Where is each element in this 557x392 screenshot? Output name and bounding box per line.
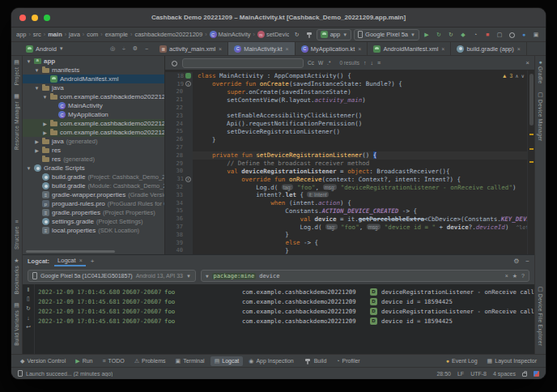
tool-window-button-terminal[interactable]: ▣Terminal (172, 356, 209, 366)
apply-code-changes-button[interactable]: ↻ (446, 30, 456, 40)
device-mirror-button[interactable]: ▢ (495, 30, 504, 40)
lock-icon[interactable] (522, 373, 527, 377)
logcat-device-selector[interactable]: Google Pixel 5a (1C041JEG501857) Android… (28, 270, 196, 282)
android-gutter-icon[interactable] (185, 73, 191, 79)
help-icon[interactable]: ? (521, 273, 525, 279)
run-icon[interactable]: ▶ (75, 358, 79, 364)
tree-arrow-icon[interactable]: ▼ (34, 68, 40, 73)
tree-row[interactable]: ▼java (23, 83, 164, 92)
find-toggle-W[interactable]: W (318, 60, 323, 66)
breadcrumb-item[interactable]: com (87, 31, 98, 38)
problems-icon[interactable]: ⚠ (134, 358, 139, 364)
tree-row[interactable]: gradle.properties(Project Properties) (23, 208, 164, 217)
device-manager-icon[interactable]: ▢ (538, 92, 543, 98)
hide-button[interactable]: − (142, 44, 151, 53)
scrollbar-thumb[interactable] (529, 74, 534, 126)
status-item[interactable]: UTF-8 (470, 371, 487, 377)
warning-mark[interactable] (529, 161, 534, 163)
version-control-icon[interactable]: ◆ (20, 358, 24, 364)
breadcrumb-item[interactable]: main (48, 31, 62, 38)
tree-row[interactable]: ▼Gradle Scripts (23, 164, 164, 173)
editor-tab[interactable]: MainActivity.kt× (228, 42, 295, 55)
build-hammer-icon[interactable] (305, 31, 313, 39)
tree-row[interactable]: MyApplication (23, 110, 164, 119)
debug-button[interactable]: ◆ (458, 30, 468, 40)
scroll-to-end-button[interactable]: ↓ (27, 315, 30, 321)
terminal-icon[interactable]: ▣ (176, 358, 181, 364)
device-select[interactable]: Google Pixel 5a▼ (354, 29, 419, 40)
tree-row[interactable]: ▼manifests (23, 66, 164, 75)
find-toggle-[interactable]: .* (327, 60, 330, 66)
tree-row[interactable]: ▼app (23, 57, 164, 66)
memory-indicator-icon[interactable] (534, 371, 539, 377)
structure-icon[interactable]: ≡ (15, 219, 18, 224)
tree-arrow-icon[interactable]: ▼ (26, 59, 32, 64)
logcat-icon[interactable]: ▤ (215, 358, 220, 364)
bookmarks-icon[interactable]: ★ (14, 258, 19, 264)
assistant-icon[interactable]: ● (522, 32, 525, 37)
close-icon[interactable]: × (79, 258, 83, 263)
event-log-icon[interactable]: ● (446, 358, 449, 364)
tree-row[interactable]: MainActivity (23, 101, 164, 110)
close-tab-icon[interactable]: × (441, 46, 444, 52)
run-configuration-select[interactable]: app▼ (317, 29, 351, 40)
sync-button[interactable]: ↻ (292, 30, 302, 40)
soft-wrap-icon[interactable]: ↩ (26, 324, 31, 330)
override-gutter-icon[interactable]: ↑ (185, 81, 191, 87)
find-next-icon[interactable]: ↓ (371, 60, 374, 66)
pause-icon[interactable]: ‖ (28, 287, 30, 292)
tree-arrow-icon[interactable]: ▼ (34, 86, 40, 91)
hide-icon[interactable]: − (145, 46, 148, 52)
collapse-all-button[interactable]: ÷ (120, 44, 128, 53)
search-button[interactable] (507, 30, 517, 40)
tree-arrow-icon[interactable]: ▼ (42, 95, 48, 100)
layout-inspector-icon[interactable]: ▦ (487, 358, 493, 364)
close-tab-icon[interactable]: × (286, 46, 289, 52)
breadcrumb-item[interactable]: example (105, 31, 128, 38)
breadcrumb-item[interactable]: setDeviceRegistrationListener (257, 31, 289, 38)
close-tab-icon[interactable]: × (219, 46, 222, 52)
tree-row[interactable]: build.gradle(Module: Cashback_Demo_20221… (23, 181, 164, 190)
trash-button[interactable]: ▯ (27, 296, 30, 302)
debug-icon[interactable]: ◆ (461, 32, 465, 38)
override-gutter-icon[interactable]: ↑ (185, 177, 191, 182)
project-view-selector[interactable]: Android ▼ ◎÷⚙− (11, 42, 154, 55)
tool-strip-device-file-explorer[interactable]: ▢Device File Explorer (538, 286, 543, 346)
new-logcat-tab-button[interactable]: + (91, 258, 95, 265)
editor-tab[interactable]: AndroidManifest.xml× (368, 42, 451, 55)
tree-row[interactable]: ▶java(generated) (23, 137, 164, 146)
gear-icon[interactable]: ⚙ (513, 258, 519, 265)
tree-arrow-icon[interactable]: ▶ (42, 130, 48, 135)
tool-strip-structure[interactable]: ≡Structure (14, 219, 19, 249)
tool-strip-resource-manager[interactable]: ▦Resource Manager (14, 93, 19, 150)
build-hammer-button[interactable] (304, 30, 314, 40)
search-icon[interactable] (508, 31, 516, 39)
prev-warning-icon[interactable]: ∧ (515, 73, 518, 79)
tree-arrow-icon[interactable]: ▶ (42, 121, 48, 126)
status-item[interactable]: LF (457, 371, 464, 377)
inspections-widget[interactable]: ▲ 3 ∧ ∨ (502, 73, 525, 79)
tree-row[interactable]: ▼com.example.cashbackdemo20221209 (23, 92, 164, 101)
scroll-to-end-icon[interactable]: ↓ (27, 315, 30, 321)
device-mirror-icon[interactable]: ▢ (497, 32, 503, 38)
hide-panel-icon[interactable]: − (525, 258, 529, 265)
find-toggle-Cc[interactable]: Cc (308, 60, 314, 66)
tool-window-button-todo[interactable]: ≡TODO (98, 356, 128, 366)
collapse-all-icon[interactable]: ÷ (122, 46, 125, 52)
trash-icon[interactable]: ▯ (27, 296, 30, 301)
close-find-icon[interactable]: × (525, 59, 529, 66)
tree-row[interactable]: gradle-wrapper.properties(Gradle Version… (23, 190, 164, 199)
settings-icon[interactable]: ⚙ (133, 45, 138, 52)
todo-icon[interactable]: ≡ (102, 358, 105, 364)
logcat-tab[interactable]: Logcat × (54, 256, 86, 266)
apply-changes-icon[interactable]: ↻ (436, 32, 441, 38)
logcat-filter-input[interactable]: ▼ package:mine device × ★ ? (201, 270, 529, 282)
tree-row[interactable]: ▶com.example.cashbackdemo20221209(test) (23, 128, 164, 137)
tree-arrow-icon[interactable]: ▶ (34, 147, 40, 153)
breadcrumb-item[interactable]: src (33, 31, 41, 38)
device-file-explorer-icon[interactable]: ▢ (538, 286, 543, 292)
resource-manager-icon[interactable]: ▦ (14, 93, 19, 100)
close-window-button[interactable] (19, 15, 26, 21)
favorite-filter-icon[interactable]: ★ (512, 273, 517, 279)
apply-changes-button[interactable]: ↻ (434, 30, 444, 40)
